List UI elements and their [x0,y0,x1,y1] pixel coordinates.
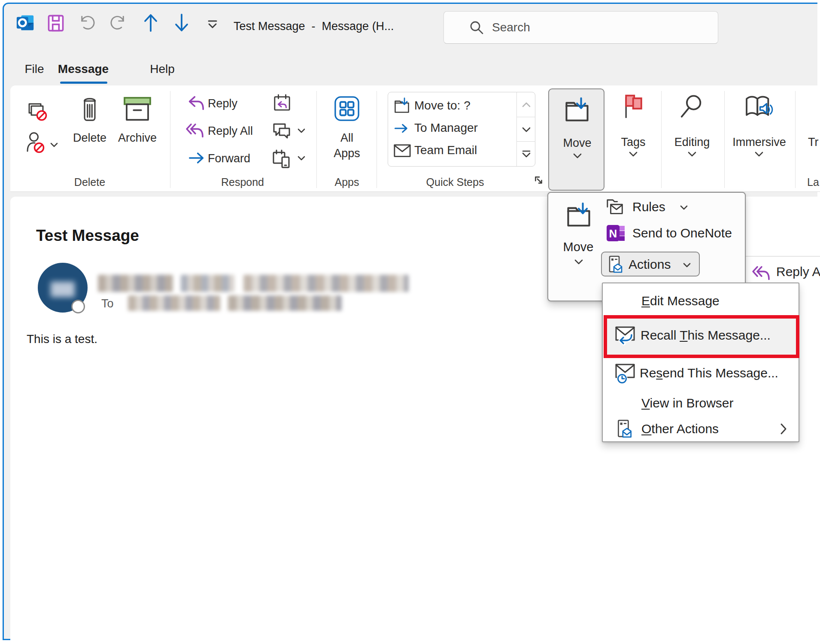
ribbon-separator [661,91,662,188]
quick-steps-gallery: Move to: ? To Manager Team Email [388,92,535,167]
avatar-initials-blurred [51,282,75,297]
gallery-more-icon [522,150,531,158]
archive-icon [122,96,153,122]
tab-message[interactable]: Message [58,59,109,79]
move-button[interactable]: Move [548,88,604,191]
tab-help[interactable]: Help [146,59,179,79]
rules-menu-item[interactable]: Rules [603,196,743,219]
sender-name-blurred [98,275,411,292]
menu-item-view-in-browser[interactable]: View in Browser [604,393,798,415]
quick-step-label: Move to: ? [414,99,513,112]
block-sender-chevron-icon[interactable] [50,142,58,148]
tags-button-label: Tags [610,136,657,149]
reply-all-partial-label[interactable]: Reply A [776,264,820,282]
gallery-scroll-up-button[interactable] [517,92,535,117]
move-folder-icon [563,97,591,123]
recall-annotation-box [604,315,799,358]
menu-item-other-actions[interactable]: Other Actions [604,418,798,440]
all-apps-label-line1: All [325,131,368,145]
immersive-button-label: Immersive [732,136,786,149]
outlook-message-window: Test Message - Message (H... File Messag… [0,0,820,644]
ribbon-separator [377,91,377,188]
gallery-scroll-column [516,92,535,166]
scroll-up-icon [522,102,531,108]
move-to-folder-icon [394,97,410,114]
group-label-respond: Respond [215,176,270,189]
menu-item-edit-message[interactable]: Edit Message [604,291,798,313]
actions-submenu: Edit Message Recall This Message... Re [602,283,799,442]
reply-with-im-chevron-icon[interactable] [297,128,306,134]
next-item-button[interactable] [172,12,191,33]
reply-all-partial-icon[interactable] [751,265,771,281]
menu-item-resend[interactable]: Resend This Message... [604,358,798,390]
reply-with-meeting-button[interactable] [273,94,291,112]
ribbon-separator [316,91,317,188]
gallery-more-button[interactable] [517,141,535,167]
move-menu-move-button[interactable]: Move [553,196,604,278]
tab-file[interactable]: File [21,59,47,79]
redo-button[interactable] [109,15,127,33]
gallery-scroll-down-button[interactable] [517,117,535,142]
to-manager-arrow-icon [394,122,410,135]
save-button[interactable] [46,14,65,33]
actions-menu-button[interactable]: Actions [601,252,700,276]
reply-with-poll-button[interactable] [272,149,291,168]
quick-steps-dialog-launcher[interactable] [534,175,544,185]
rules-chevron-icon [680,205,688,211]
search-input[interactable] [491,18,699,37]
view-in-browser-label: View in Browser [641,396,734,410]
delete-button-label: Delete [66,131,113,146]
immersive-reader-icon [744,94,774,119]
group-label-delete: Delete [66,176,113,189]
other-actions-icon [616,419,634,439]
scroll-down-icon [522,127,531,133]
message-body: This is a test. [27,332,241,349]
outlook-logo-icon [15,13,35,33]
send-to-onenote-label: Send to OneNote [632,226,732,240]
avatar[interactable] [38,263,88,313]
reply-with-poll-chevron-icon[interactable] [297,155,306,161]
search-box[interactable] [443,11,718,44]
tags-chevron-icon [629,151,638,158]
group-label-language-partial: La [807,176,820,189]
reply-button-label: Reply [208,97,268,111]
immersive-chevron-icon [754,151,764,158]
onenote-icon: N [606,223,626,243]
quick-step-team-email[interactable]: Team Email [388,139,516,161]
ribbon-separator [170,91,170,188]
forward-icon [188,150,206,166]
recipient-blurred [128,295,351,311]
resend-message-icon [615,362,637,385]
presence-badge [71,300,85,313]
ignore-button[interactable] [27,102,47,121]
trash-icon [79,95,100,122]
editing-chevron-icon [687,151,697,158]
quick-step-move-to[interactable]: Move to: ? [388,94,516,117]
send-to-onenote-menu-item[interactable]: N Send to OneNote [603,221,743,245]
move-button-chevron-icon [573,153,582,159]
message-subject: Test Message [36,227,337,249]
reply-all-icon [185,123,205,138]
ribbon-separator [724,91,725,188]
actions-label: Actions [629,257,671,272]
reply-with-im-button[interactable] [272,122,291,140]
group-label-apps: Apps [325,176,368,189]
actions-chevron-icon [683,262,691,268]
svg-text:N: N [609,227,617,240]
translate-button-partial[interactable]: Tr [808,136,820,149]
block-sender-button[interactable] [26,131,46,156]
search-icon [469,20,484,35]
reply-all-button-label: Reply All [208,125,276,138]
quick-step-label: Team Email [414,143,513,157]
previous-item-button[interactable] [141,12,161,33]
forward-button-label: Forward [208,152,268,166]
customize-toolbar-icon[interactable] [207,20,218,29]
undo-button[interactable] [78,15,96,33]
move-folder-icon [565,202,593,228]
actions-icon [607,255,624,274]
window-title: Test Message - Message (H... [234,15,394,37]
team-email-envelope-icon [393,143,411,158]
quick-step-to-manager[interactable]: To Manager [388,117,516,139]
edit-message-label: Edit Message [641,294,720,308]
rules-icon [606,198,626,217]
